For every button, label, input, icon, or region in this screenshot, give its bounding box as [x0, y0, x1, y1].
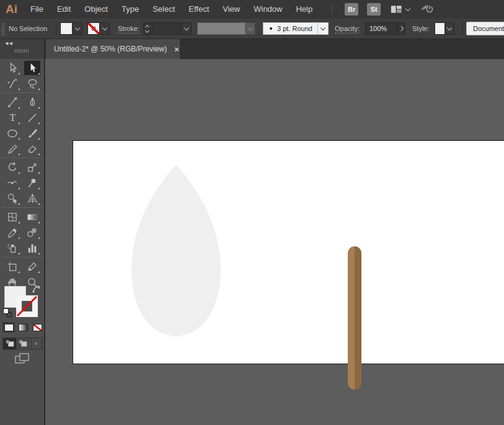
menu-item-effect[interactable]: Effect	[182, 0, 216, 19]
draw-behind-button[interactable]	[16, 338, 29, 349]
tool-ellipse[interactable]	[4, 126, 20, 140]
toolbar-header: ◀◀	[0, 39, 45, 59]
tool-pencil[interactable]	[4, 141, 20, 156]
collapse-panel-button[interactable]: ◀◀	[5, 41, 13, 46]
stroke-color-picker[interactable]	[87, 22, 110, 35]
tool-lasso[interactable]	[24, 76, 40, 91]
panel-grip[interactable]	[1, 22, 5, 35]
tool-column-graph[interactable]	[24, 241, 40, 255]
opacity-field[interactable]: 100%	[365, 22, 397, 35]
divider	[462, 22, 462, 35]
menu-item-window[interactable]: Window	[247, 0, 289, 19]
opacity-menu-button[interactable]	[397, 22, 405, 35]
stroke-weight-label[interactable]: Stroke:	[118, 19, 139, 39]
tool-paintbrush[interactable]	[24, 126, 40, 140]
direct-selection-icon	[26, 62, 38, 74]
draw-normal-button[interactable]	[3, 338, 16, 349]
style-swatch[interactable]	[435, 22, 445, 35]
tool-slice[interactable]	[24, 259, 40, 274]
type-icon: T	[6, 112, 19, 124]
none-slash-icon	[88, 23, 99, 34]
menu-item-edit[interactable]: Edit	[50, 0, 77, 19]
tool-pen[interactable]	[24, 95, 40, 109]
document-tab-bar: Untitled-2* @ 50% (RGB/Preview) ×	[45, 39, 504, 59]
tool-shape-builder[interactable]	[4, 191, 20, 205]
menu-item-select[interactable]: Select	[146, 0, 182, 19]
fill-dropdown-button[interactable]	[73, 22, 82, 35]
tool-symbol-sprayer[interactable]	[4, 241, 20, 255]
brush-definition-field[interactable]: 3 pt. Round	[263, 22, 318, 35]
stock-button[interactable]: St	[367, 3, 381, 16]
style-dropdown-button[interactable]	[445, 22, 454, 35]
default-fill-stroke-button[interactable]	[3, 308, 13, 318]
stroke-proxy-swatch[interactable]	[16, 295, 38, 317]
tool-direct-selection[interactable]	[24, 61, 40, 75]
divider	[56, 22, 56, 35]
none-button[interactable]	[31, 322, 43, 333]
menu-item-help[interactable]: Help	[289, 0, 319, 19]
stroke-dropdown-button[interactable]	[100, 22, 110, 35]
artboard-icon	[6, 261, 19, 273]
opacity-label[interactable]: Opacity:	[335, 19, 360, 39]
pencil-icon	[6, 143, 19, 155]
tool-selection[interactable]	[4, 61, 20, 75]
tool-perspective-grid[interactable]	[24, 191, 40, 205]
document-setup-button[interactable]: Document Setu	[466, 22, 504, 35]
tool-eraser[interactable]	[24, 141, 40, 156]
fill-color-picker[interactable]	[60, 22, 82, 35]
screen-mode-button[interactable]	[15, 353, 30, 364]
tool-gradient[interactable]	[24, 210, 40, 224]
toolbar-grip[interactable]	[15, 49, 29, 53]
tool-type[interactable]: T	[4, 110, 20, 125]
menu-item-view[interactable]: View	[216, 0, 247, 19]
tool-curvature[interactable]	[4, 95, 20, 109]
magic-wand-icon	[6, 78, 19, 90]
tool-rotate[interactable]	[4, 160, 20, 174]
main-menu: FileEditObjectTypeSelectEffectViewWindow…	[24, 0, 319, 19]
leaf-shape[interactable]	[131, 164, 221, 336]
stroke-weight-field[interactable]	[153, 22, 182, 35]
gpu-performance-icon[interactable]	[420, 3, 435, 16]
tab-close-icon[interactable]: ×	[174, 45, 179, 54]
workspace-switcher[interactable]	[391, 4, 410, 15]
brush-preview-icon	[270, 27, 272, 30]
svg-text:T: T	[9, 112, 15, 123]
style-picker[interactable]	[435, 22, 454, 35]
menu-item-type[interactable]: Type	[115, 0, 146, 19]
menu-item-object[interactable]: Object	[77, 0, 115, 19]
stick-shape[interactable]	[348, 246, 361, 390]
brush-dropdown-button[interactable]	[318, 22, 329, 35]
stroke-swatch[interactable]	[87, 22, 100, 35]
swap-fill-stroke-icon[interactable]	[32, 285, 42, 295]
document-tab[interactable]: Untitled-2* @ 50% (RGB/Preview) ×	[46, 39, 180, 59]
tool-eyedropper[interactable]	[4, 225, 20, 239]
draw-inside-button[interactable]	[29, 338, 42, 349]
rotate-icon	[6, 161, 19, 174]
color-button[interactable]	[2, 322, 15, 333]
pasteboard[interactable]	[45, 59, 504, 425]
stroke-weight-stepper[interactable]	[143, 22, 151, 35]
gradient-button[interactable]	[17, 322, 29, 333]
tool-magic-wand[interactable]	[4, 76, 20, 91]
tools-panel: T	[0, 59, 44, 425]
width-profile-dropdown	[197, 22, 245, 35]
paintbrush-icon	[26, 127, 38, 140]
menu-right-cluster: Br St	[328, 3, 435, 16]
tool-blend[interactable]	[24, 225, 40, 239]
divider	[2, 158, 42, 158]
width-icon	[6, 177, 19, 189]
symbol-sprayer-icon	[6, 242, 19, 254]
gradient-icon	[26, 211, 38, 223]
tool-mesh[interactable]	[4, 210, 20, 224]
stroke-weight-dropdown[interactable]	[182, 22, 192, 35]
bridge-button[interactable]: Br	[345, 3, 358, 16]
menu-item-file[interactable]: File	[24, 0, 50, 19]
scale-icon	[26, 161, 38, 174]
tool-width[interactable]	[4, 176, 20, 190]
tool-scale[interactable]	[24, 160, 40, 174]
tool-artboard[interactable]	[4, 259, 20, 274]
mesh-icon	[6, 211, 19, 223]
fill-swatch[interactable]	[60, 22, 73, 35]
tool-line-segment[interactable]	[24, 110, 40, 125]
tool-puppet-warp[interactable]	[24, 176, 40, 190]
